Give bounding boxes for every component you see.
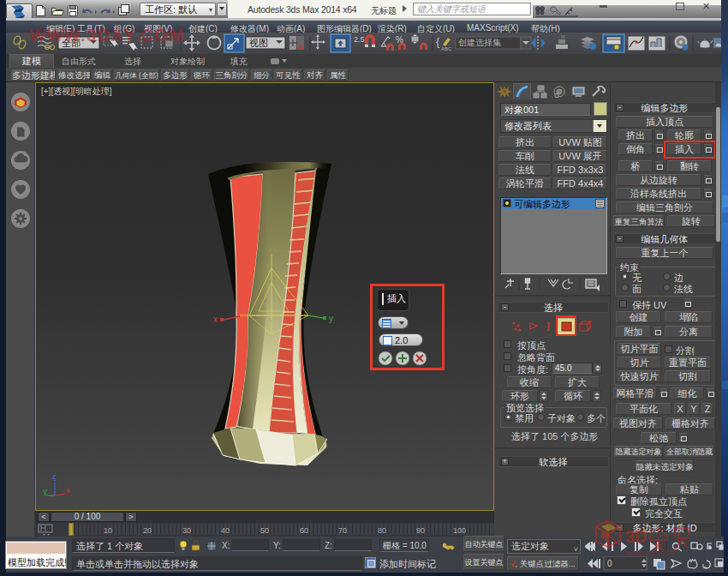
svg-text:70: 70 bbox=[338, 526, 347, 535]
svg-text:20: 20 bbox=[143, 526, 152, 535]
svg-text:x: x bbox=[66, 486, 70, 495]
svg-text:3D: 3D bbox=[625, 527, 647, 546]
svg-text:创建选择集: 创建选择集 bbox=[458, 38, 501, 47]
svg-text:WWW.3DXY.COM: WWW.3DXY.COM bbox=[625, 550, 674, 556]
svg-text:2.5: 2.5 bbox=[354, 35, 365, 44]
svg-text:90: 90 bbox=[416, 526, 425, 535]
svg-text:100: 100 bbox=[453, 526, 466, 535]
svg-text:ABC: ABC bbox=[441, 46, 452, 51]
svg-text:40: 40 bbox=[221, 526, 230, 535]
svg-text:50: 50 bbox=[260, 526, 269, 535]
svg-text:30: 30 bbox=[182, 526, 191, 535]
svg-text:{: { bbox=[436, 35, 440, 48]
svg-text:x: x bbox=[213, 315, 218, 324]
svg-text:y: y bbox=[329, 314, 333, 323]
svg-text:y: y bbox=[43, 487, 47, 495]
svg-text:80: 80 bbox=[378, 526, 386, 535]
svg-text:60: 60 bbox=[300, 526, 308, 535]
svg-text:10: 10 bbox=[104, 526, 112, 535]
svg-text:z: z bbox=[52, 472, 57, 481]
svg-text:视图: 视图 bbox=[249, 38, 268, 48]
